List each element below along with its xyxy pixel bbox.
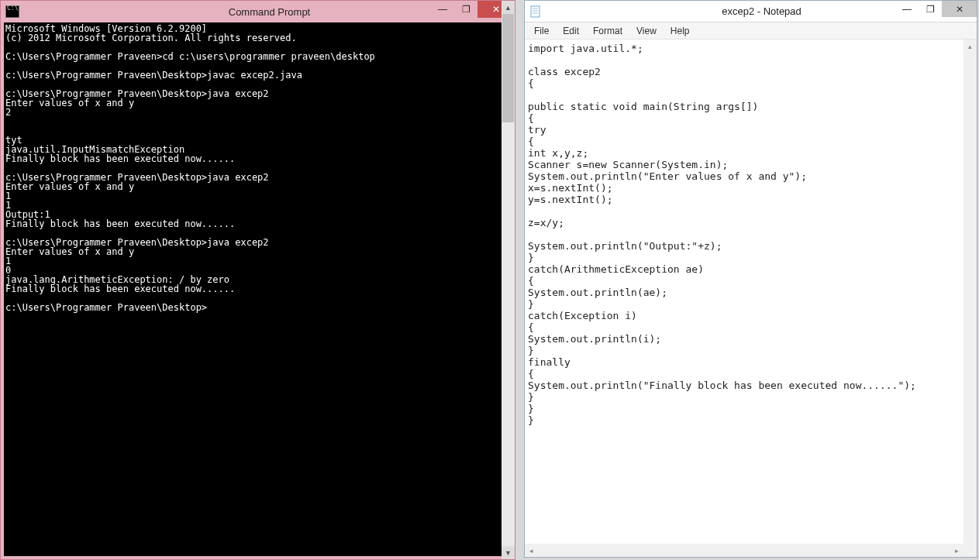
scroll-right-arrow-icon[interactable]: ▸	[950, 544, 963, 557]
scroll-up-arrow-icon[interactable]: ▴	[963, 40, 977, 53]
scroll-track[interactable]	[502, 14, 515, 546]
scroll-track[interactable]	[538, 544, 950, 557]
scroll-up-arrow-icon[interactable]: ▲	[502, 1, 515, 14]
scroll-left-arrow-icon[interactable]: ◂	[525, 544, 538, 557]
scroll-track[interactable]	[963, 53, 977, 531]
notepad-text-area[interactable]: import java.util.*; class excep2 { publi…	[525, 40, 963, 544]
window-controls: — ❐ ✕	[895, 1, 977, 17]
scroll-corner	[963, 544, 977, 557]
minimize-button[interactable]: —	[431, 1, 454, 18]
scroll-down-arrow-icon[interactable]: ▼	[502, 546, 515, 559]
command-prompt-client: Microsoft Windows [Version 6.2.9200] (c)…	[1, 22, 515, 559]
menu-help[interactable]: Help	[664, 24, 696, 38]
command-prompt-icon	[5, 5, 19, 18]
maximize-button[interactable]: ❐	[919, 1, 942, 17]
command-prompt-window: Command Prompt — ❐ ✕ Microsoft Windows […	[0, 0, 515, 560]
notepad-window: excep2 - Notepad — ❐ ✕ File Edit Format …	[524, 0, 977, 558]
menu-format[interactable]: Format	[587, 24, 629, 38]
scroll-corner	[963, 531, 977, 544]
notepad-client: import java.util.*; class excep2 { publi…	[525, 40, 977, 544]
menu-file[interactable]: File	[528, 24, 555, 38]
command-prompt-output[interactable]: Microsoft Windows [Version 6.2.9200] (c)…	[4, 22, 512, 556]
notepad-menubar: File Edit Format View Help	[525, 22, 977, 40]
command-prompt-titlebar[interactable]: Command Prompt — ❐ ✕	[1, 1, 515, 22]
scroll-thumb[interactable]	[502, 14, 514, 122]
close-button[interactable]: ✕	[942, 1, 977, 17]
maximize-button[interactable]: ❐	[454, 1, 477, 18]
notepad-titlebar[interactable]: excep2 - Notepad — ❐ ✕	[525, 1, 977, 22]
horizontal-scrollbar[interactable]: ◂ ▸	[525, 544, 977, 557]
vertical-scrollbar[interactable]: ▲ ▼	[502, 1, 515, 559]
menu-edit[interactable]: Edit	[557, 24, 585, 38]
menu-view[interactable]: View	[630, 24, 663, 38]
svg-rect-0	[531, 6, 539, 17]
notepad-icon	[529, 5, 542, 18]
minimize-button[interactable]: —	[895, 1, 919, 17]
vertical-scrollbar[interactable]: ▴ ▾	[963, 40, 977, 544]
